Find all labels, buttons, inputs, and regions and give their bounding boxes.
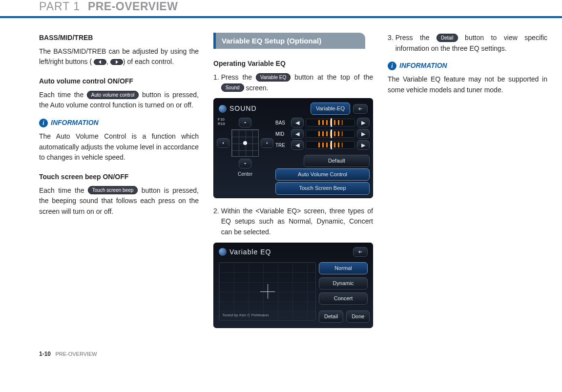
dynamic-eq-button[interactable]: Dynamic <box>319 277 368 289</box>
mid-down-button[interactable]: ◀ <box>291 129 304 139</box>
section-tab-variable-eq: Variable EQ Setup (Optional) <box>213 33 365 49</box>
text-beep: Each time the Touch screen beep button i… <box>39 186 199 217</box>
left-arrow-icon <box>94 59 106 65</box>
treble-slider[interactable] <box>306 141 355 149</box>
svg-marker-0 <box>99 60 101 64</box>
info-icon: i <box>388 62 396 70</box>
center-label: Center <box>238 170 252 178</box>
tuned-by-label: Tuned by Ken C Pohlmann <box>222 312 269 318</box>
balance-right-button[interactable] <box>261 138 273 148</box>
sound-panel-screenshot: SOUND Variable-EQ F10R10 Center <box>213 98 373 198</box>
brand-logo-icon <box>219 248 227 256</box>
bass-down-button[interactable]: ◀ <box>291 118 304 127</box>
heading-avc: Auto volume control ON/OFF <box>39 76 199 87</box>
back-button[interactable] <box>353 247 368 257</box>
balance-left-button[interactable] <box>217 138 229 148</box>
svg-marker-2 <box>244 122 246 124</box>
panel-title: SOUND <box>229 103 257 114</box>
page-footer: 1-10 PRE-OVERVIEW <box>0 336 562 357</box>
eq-graph: Tuned by Ken C Pohlmann <box>219 262 316 321</box>
default-button[interactable]: Default <box>304 155 370 167</box>
svg-marker-1 <box>116 60 118 64</box>
svg-marker-5 <box>244 163 246 165</box>
fader-down-button[interactable] <box>239 159 251 168</box>
svg-marker-3 <box>223 142 224 144</box>
information-label: INFORMATION <box>51 118 99 128</box>
page-header: PART 1 PRE-OVERVIEW <box>0 0 562 18</box>
text-veq-info: The Variable EQ feature may not be suppo… <box>388 74 547 95</box>
concert-eq-button[interactable]: Concert <box>319 292 368 305</box>
touch-screen-beep-button: Touch screen beep <box>88 186 138 194</box>
svg-marker-4 <box>267 142 268 144</box>
info-icon: i <box>39 119 48 127</box>
variable-eq-top-button[interactable]: Variable-EQ <box>311 103 350 115</box>
information-heading: i INFORMATION <box>388 61 547 71</box>
panel-title: Variable EQ <box>229 247 271 258</box>
brand-logo-icon <box>219 105 227 113</box>
treble-up-button[interactable]: ▶ <box>357 140 370 150</box>
auto-volume-control-button: Auto volume control <box>87 91 139 99</box>
step-2: 2. Within the <Variable EQ> screen, thre… <box>213 206 373 238</box>
footer-section: PRE-OVERVIEW <box>55 351 97 357</box>
auto-volume-control-panel-button[interactable]: Auto Volume Control <box>275 168 370 181</box>
column-3: 3. Press the Detail button to view speci… <box>388 33 547 336</box>
bass-up-button[interactable]: ▶ <box>357 118 370 127</box>
mid-slider[interactable] <box>306 130 355 138</box>
detail-button[interactable]: Detail <box>319 310 343 323</box>
bass-slider[interactable] <box>306 119 355 126</box>
fader-up-button[interactable] <box>239 118 251 127</box>
information-heading: i INFORMATION <box>39 118 199 128</box>
mid-up-button[interactable]: ▶ <box>357 129 370 139</box>
heading-operating-veq: Operating Variable EQ <box>213 59 373 69</box>
text-avc-info: The Auto Volume Control is a function wh… <box>39 131 199 163</box>
step-3: 3. Press the Detail button to view speci… <box>388 33 547 54</box>
text-avc: Each time the Auto volume control button… <box>39 90 199 111</box>
normal-eq-button[interactable]: Normal <box>319 262 368 274</box>
variable-eq-button: Variable EQ <box>256 73 291 82</box>
back-button[interactable] <box>353 104 368 114</box>
page-number: 1-10 <box>39 351 51 357</box>
touch-screen-beep-panel-button[interactable]: Touch Screen Beep <box>275 182 370 194</box>
sound-button: Sound <box>221 83 244 92</box>
heading-bass: BASS/MID/TREB <box>39 33 199 43</box>
section-title: PRE-OVERVIEW <box>88 0 178 13</box>
variable-eq-panel-screenshot: Variable EQ Tuned by Ken C Pohlmann Norm… <box>213 243 373 329</box>
part-label: PART 1 <box>39 0 80 13</box>
step-1: 1. Press the Variable EQ button at the t… <box>213 72 373 93</box>
column-2: Variable EQ Setup (Optional) Operating V… <box>213 33 373 336</box>
text-bass: The BASS/MID/TREB can be adjusted by usi… <box>39 46 199 67</box>
right-arrow-icon <box>110 59 123 65</box>
balance-fader-grid[interactable] <box>231 129 259 157</box>
column-1: BASS/MID/TREB The BASS/MID/TREB can be a… <box>39 33 199 336</box>
treble-down-button[interactable]: ◀ <box>291 140 304 150</box>
information-label: INFORMATION <box>399 61 447 71</box>
heading-beep: Touch screen beep ON/OFF <box>39 172 199 183</box>
detail-button-inline: Detail <box>437 34 458 42</box>
done-button[interactable]: Done <box>346 310 370 323</box>
